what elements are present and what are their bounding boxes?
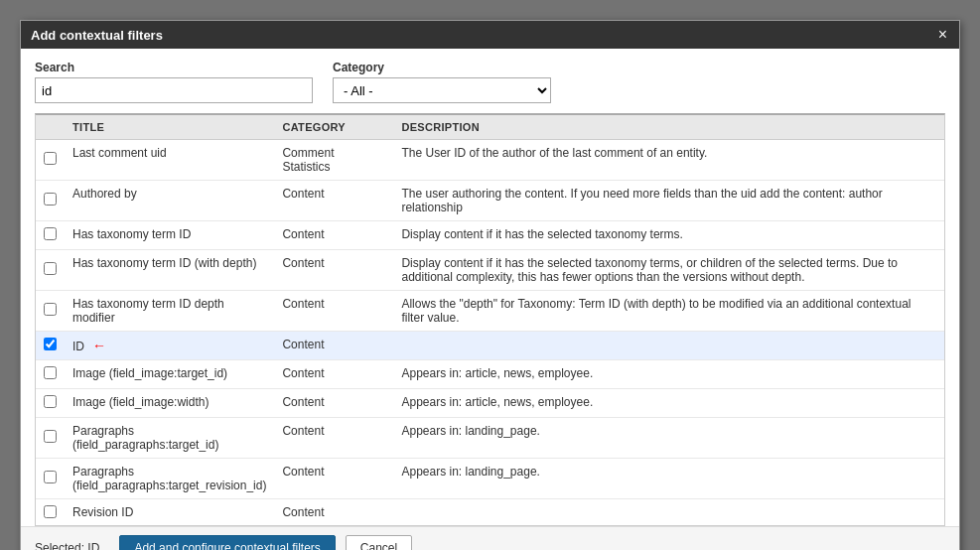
row-checkbox[interactable] — [44, 366, 57, 379]
table-row: Paragraphs (field_paragraphs:target_revi… — [36, 459, 944, 499]
search-input[interactable] — [35, 77, 313, 103]
table-row: Has taxonomy term ID (with depth)Content… — [36, 250, 944, 291]
table-row: Image (field_image:width)ContentAppears … — [36, 389, 944, 418]
row-category: Content — [274, 250, 393, 291]
row-checkbox[interactable] — [44, 471, 57, 483]
row-checkbox-cell — [36, 140, 65, 181]
row-description: The user authoring the content. If you n… — [393, 181, 944, 221]
row-checkbox-cell — [36, 360, 65, 389]
row-checkbox[interactable] — [44, 338, 57, 350]
row-checkbox-cell — [36, 418, 65, 459]
row-checkbox[interactable] — [44, 262, 57, 275]
row-checkbox[interactable] — [44, 303, 57, 316]
row-title: Paragraphs (field_paragraphs:target_revi… — [65, 459, 274, 499]
row-category: Content — [274, 181, 393, 221]
table-header-row: TITLE CATEGORY DESCRIPTION — [36, 115, 944, 140]
row-description: Appears in: landing_page. — [393, 418, 944, 459]
row-category: Content — [274, 221, 393, 250]
table-row: Last comment uidComment StatisticsThe Us… — [36, 140, 944, 181]
row-title: ID ← — [65, 332, 274, 360]
row-checkbox[interactable] — [44, 430, 57, 443]
row-title: Revision ID — [65, 499, 274, 527]
row-title: Image (field_image:target_id) — [65, 360, 274, 389]
row-description: The User ID of the author of the last co… — [393, 140, 944, 181]
row-description — [393, 332, 944, 360]
row-checkbox[interactable] — [44, 505, 57, 518]
row-description: Appears in: article, news, employee. — [393, 389, 944, 418]
selected-info: Selected: ID — [35, 541, 99, 550]
arrow-icon: ← — [92, 338, 106, 353]
modal-footer: Selected: ID Add and configure contextua… — [21, 526, 959, 550]
row-title: Has taxonomy term ID (with depth) — [65, 250, 274, 291]
col-description: DESCRIPTION — [393, 115, 944, 140]
row-category: Content — [274, 360, 393, 389]
row-category: Content — [274, 389, 393, 418]
add-configure-button[interactable]: Add and configure contextual filters — [119, 535, 335, 550]
table-wrapper: TITLE CATEGORY DESCRIPTION Last comment … — [35, 113, 945, 526]
modal-body: Search Category - All - Content Comment … — [21, 49, 959, 526]
row-checkbox-cell — [36, 332, 65, 360]
row-checkbox[interactable] — [44, 193, 57, 206]
cancel-button[interactable]: Cancel — [346, 535, 412, 550]
table-row: Revision IDContent — [36, 499, 944, 527]
row-description: Appears in: article, news, employee. — [393, 360, 944, 389]
search-group: Search — [35, 61, 313, 103]
table-row: Paragraphs (field_paragraphs:target_id)C… — [36, 418, 944, 459]
col-checkbox — [36, 115, 65, 140]
modal-title: Add contextual filters — [31, 28, 163, 43]
modal-header: Add contextual filters × — [21, 21, 959, 49]
row-title: Last comment uid — [65, 140, 274, 181]
row-checkbox-cell — [36, 499, 65, 527]
row-category: Content — [274, 499, 393, 527]
table-row: Authored byContentThe user authoring the… — [36, 181, 944, 221]
row-checkbox-cell — [36, 181, 65, 221]
row-title: Image (field_image:width) — [65, 389, 274, 418]
row-title: Has taxonomy term ID depth modifier — [65, 291, 274, 332]
col-title: TITLE — [65, 115, 274, 140]
row-checkbox[interactable] — [44, 227, 57, 240]
category-label: Category — [333, 61, 551, 74]
filters-table: TITLE CATEGORY DESCRIPTION Last comment … — [36, 115, 944, 526]
filter-row: Search Category - All - Content Comment … — [35, 61, 945, 103]
row-checkbox-cell — [36, 459, 65, 499]
category-select[interactable]: - All - Content Comment Statistics User — [333, 77, 551, 103]
table-row: ID ←Content — [36, 332, 944, 360]
table-row: Has taxonomy term IDContentDisplay conte… — [36, 221, 944, 250]
row-checkbox[interactable] — [44, 395, 57, 408]
row-checkbox-cell — [36, 250, 65, 291]
row-description: Appears in: landing_page. — [393, 459, 944, 499]
row-checkbox-cell — [36, 221, 65, 250]
table-row: Has taxonomy term ID depth modifierConte… — [36, 291, 944, 332]
category-group: Category - All - Content Comment Statist… — [333, 61, 551, 103]
add-contextual-filters-modal: Add contextual filters × Search Category… — [20, 20, 960, 550]
row-checkbox-cell — [36, 389, 65, 418]
row-checkbox-cell — [36, 291, 65, 332]
col-category: CATEGORY — [274, 115, 393, 140]
close-button[interactable]: × — [936, 27, 949, 43]
row-category: Content — [274, 459, 393, 499]
row-category: Content — [274, 418, 393, 459]
row-description — [393, 499, 944, 527]
row-description: Display content if it has the selected t… — [393, 221, 944, 250]
row-title: Authored by — [65, 181, 274, 221]
row-description: Display content if it has the selected t… — [393, 250, 944, 291]
search-label: Search — [35, 61, 313, 74]
row-title: Paragraphs (field_paragraphs:target_id) — [65, 418, 274, 459]
row-category: Comment Statistics — [274, 140, 393, 181]
table-row: Image (field_image:target_id)ContentAppe… — [36, 360, 944, 389]
row-checkbox[interactable] — [44, 152, 57, 165]
row-description: Allows the "depth" for Taxonomy: Term ID… — [393, 291, 944, 332]
row-category: Content — [274, 291, 393, 332]
row-title: Has taxonomy term ID — [65, 221, 274, 250]
row-category: Content — [274, 332, 393, 360]
